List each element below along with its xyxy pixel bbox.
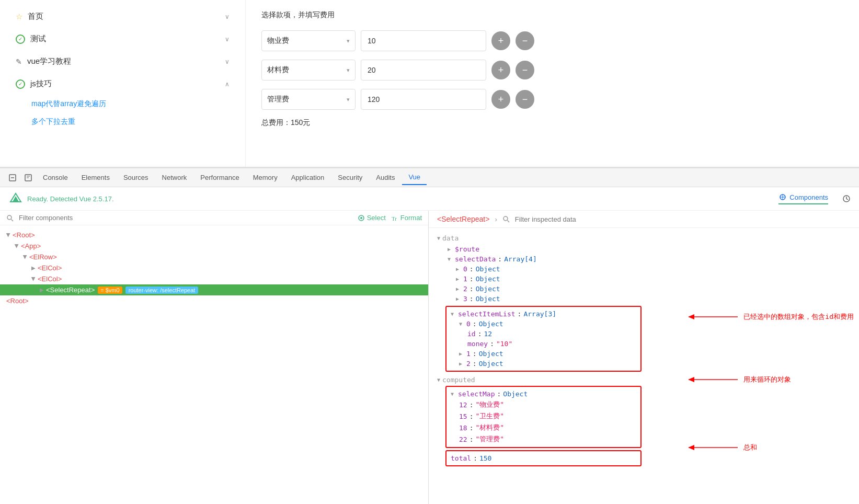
- sd2-value: Object: [476, 285, 500, 293]
- tab-audits[interactable]: Audits: [370, 170, 401, 185]
- selectdata-arrow: ▼: [448, 256, 451, 262]
- star-icon: ☆: [16, 12, 22, 21]
- sm-18: 18 : "材料费": [449, 422, 638, 433]
- sd0-key: 0: [463, 265, 467, 273]
- data-item-sd1[interactable]: ▶ 1 : Object: [437, 274, 851, 284]
- data-item-sd3[interactable]: ▶ 3 : Object: [437, 294, 851, 304]
- tab-application[interactable]: Application: [285, 170, 331, 185]
- fee-input-3[interactable]: [361, 89, 486, 110]
- tree-tag-elcol2: <ElCol>: [38, 275, 62, 283]
- data-arrow: ▼: [437, 235, 440, 241]
- fee-select-1[interactable]: 物业费 ▾: [261, 30, 356, 51]
- data-item-sil2[interactable]: ▶ 2 : Object: [449, 359, 638, 369]
- components-label: Components: [789, 193, 828, 201]
- remove-btn-3[interactable]: −: [516, 90, 534, 109]
- tree-arrow-selectrepeat: ▶: [40, 287, 44, 293]
- tab-network[interactable]: Network: [156, 170, 193, 185]
- instruction-text: 选择款项，并填写费用: [261, 10, 843, 20]
- tree-node-elcol1[interactable]: ▶ <ElCol>: [0, 262, 428, 273]
- sd0-arrow: ▶: [456, 266, 459, 272]
- sidebar-subitem-map[interactable]: map代替array避免遍历: [0, 95, 245, 113]
- history-icon: [842, 194, 851, 203]
- svg-line-12: [12, 219, 14, 221]
- vue-ready-bar: Ready. Detected Vue 2.5.17. Components: [0, 187, 859, 211]
- chevron-icon-test: ∨: [225, 36, 230, 43]
- sil1-value: Object: [479, 350, 503, 358]
- fee-row-1: 物业费 ▾ + −: [261, 30, 843, 51]
- data-item-sd2[interactable]: ▶ 2 : Object: [437, 284, 851, 294]
- data-item-sil1[interactable]: ▶ 1 : Object: [449, 349, 638, 359]
- fee-select-2-value: 材料费: [267, 65, 289, 75]
- data-item-selectdata[interactable]: ▼ selectData : Array[4]: [437, 254, 851, 264]
- tree-arrow-app: ▶: [14, 244, 20, 248]
- tab-security[interactable]: Security: [331, 170, 369, 185]
- select-button[interactable]: Select: [358, 214, 386, 222]
- filter-inspect-input[interactable]: [515, 215, 851, 223]
- filter-components-input[interactable]: [19, 214, 352, 222]
- tab-sources[interactable]: Sources: [117, 170, 155, 185]
- add-btn-1[interactable]: +: [491, 31, 510, 50]
- chevron-right-icon: ›: [495, 215, 497, 223]
- computed-arrow: ▼: [437, 377, 440, 383]
- tab-console[interactable]: Console: [37, 170, 74, 185]
- sil0-id-value: 12: [484, 330, 492, 338]
- sidebar-label-vue: vue学习教程: [27, 56, 71, 66]
- tree-node-selectrepeat[interactable]: ▶ <SelectRepeat> = $vm0 router-view: /se…: [0, 284, 428, 295]
- sd1-arrow: ▶: [456, 276, 459, 282]
- tree-node-app[interactable]: ▶ <App>: [0, 240, 428, 251]
- fee-select-2[interactable]: 材料费 ▾: [261, 60, 356, 81]
- sidebar-item-vue[interactable]: ✎ vue学习教程 ∨: [0, 50, 245, 73]
- caret-icon-3: ▾: [347, 96, 350, 103]
- sidebar-item-home[interactable]: ☆ 首页 ∨: [0, 5, 245, 28]
- fee-input-2[interactable]: [361, 60, 486, 81]
- add-btn-2[interactable]: +: [491, 61, 510, 79]
- sidebar-item-js[interactable]: ✓ js技巧 ∧: [0, 73, 245, 95]
- sidebar-label-test: 测试: [30, 34, 46, 44]
- sil-arrow: ▼: [451, 311, 454, 317]
- devtools-icon-cursor[interactable]: [5, 170, 20, 185]
- fee-select-3-value: 管理费: [267, 95, 289, 104]
- fee-input-1[interactable]: [361, 30, 486, 51]
- chevron-up-icon-js: ∧: [225, 81, 230, 88]
- sil0-key: 0: [466, 320, 471, 328]
- computed-section-text: computed: [442, 376, 475, 384]
- remove-btn-2[interactable]: −: [516, 61, 534, 79]
- devtools-icon-inspect[interactable]: [21, 170, 36, 185]
- fee-select-3[interactable]: 管理费 ▾: [261, 89, 356, 110]
- tab-vue[interactable]: Vue: [402, 170, 427, 185]
- sil1-key: 1: [466, 350, 471, 358]
- data-item-route[interactable]: ▶ $route: [437, 244, 851, 254]
- annotation-2-text: 用来循环的对象: [743, 375, 791, 384]
- tab-performance[interactable]: Performance: [194, 170, 245, 185]
- sm-value: Object: [503, 390, 528, 398]
- select-icon: [358, 214, 365, 222]
- sidebar-subitem-multi[interactable]: 多个下拉去重: [0, 113, 245, 131]
- data-item-selectitemlist[interactable]: ▼ selectItemList : Array[3]: [449, 309, 638, 319]
- tree-node-elrow[interactable]: ▶ <ElRow>: [0, 251, 428, 262]
- data-item-selectmap[interactable]: ▼ selectMap : Object: [449, 389, 638, 399]
- tab-memory[interactable]: Memory: [247, 170, 284, 185]
- tab-elements[interactable]: Elements: [75, 170, 116, 185]
- tree-node-root[interactable]: ▶ <Root>: [0, 230, 428, 240]
- components-button[interactable]: Components: [778, 193, 828, 204]
- tree-node-root2[interactable]: <Root>: [0, 295, 428, 306]
- chevron-icon-home: ∨: [225, 13, 230, 20]
- route-arrow: ▶: [448, 246, 451, 252]
- data-panel: ▼ data ▶ $route ▼ selectData : Array[4] …: [429, 228, 859, 504]
- sm-18-value: "材料费": [475, 423, 504, 432]
- history-button[interactable]: [842, 194, 851, 203]
- svg-text:Tr: Tr: [392, 215, 397, 222]
- tree-node-elcol2[interactable]: ▶ <ElCol>: [0, 273, 428, 284]
- format-button[interactable]: Tr Format: [391, 214, 422, 222]
- devtools-main: Select Tr Format ▶ <Root>: [0, 211, 859, 504]
- add-btn-3[interactable]: +: [491, 90, 510, 109]
- remove-btn-1[interactable]: −: [516, 31, 534, 50]
- data-item-sd0[interactable]: ▶ 0 : Object: [437, 264, 851, 274]
- svg-marker-21: [688, 377, 694, 382]
- sm-15: 15 : "卫生费": [449, 410, 638, 422]
- sil0-id-key: id: [467, 330, 476, 338]
- sidebar-item-test[interactable]: ✓ 测试 ∨: [0, 28, 245, 50]
- svg-point-11: [7, 215, 12, 220]
- data-item-sil0[interactable]: ▼ 0 : Object: [449, 319, 638, 329]
- component-tree-panel: Select Tr Format ▶ <Root>: [0, 211, 429, 504]
